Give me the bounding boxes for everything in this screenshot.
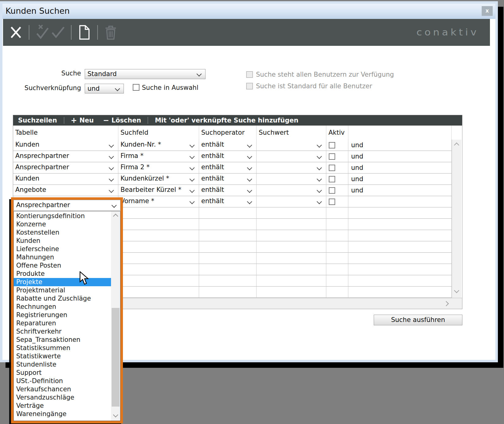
dropdown-item[interactable]: Kontierungsdefinition bbox=[14, 212, 111, 220]
suchoperator-select[interactable]: enthält bbox=[199, 196, 257, 207]
aktiv-checkbox[interactable] bbox=[329, 187, 335, 194]
toolbar-separator bbox=[97, 25, 98, 40]
table-row: Angebote Bearbeiter Kürzel * enthält bbox=[13, 185, 452, 196]
standard-all-checkbox bbox=[246, 83, 253, 90]
dropdown-item[interactable]: Offene Posten bbox=[14, 261, 111, 270]
aktiv-cell bbox=[326, 140, 348, 151]
chevron-down-icon bbox=[317, 143, 322, 148]
plus-icon: + bbox=[71, 116, 77, 125]
dropdown-item[interactable]: Kostenstellen bbox=[14, 228, 111, 237]
dropdown-item[interactable]: Sepa_Transaktionen bbox=[14, 336, 111, 344]
scroll-up-icon[interactable] bbox=[454, 143, 459, 148]
suchwert-select[interactable] bbox=[257, 185, 326, 196]
scroll-up-icon[interactable] bbox=[113, 214, 118, 219]
dropdown-item[interactable]: Projekte bbox=[14, 278, 111, 286]
suchverknuepfung-select[interactable]: und bbox=[85, 84, 124, 93]
suchwert-select[interactable] bbox=[257, 174, 326, 185]
scrollbar-thumb[interactable] bbox=[112, 308, 120, 407]
new-document-icon[interactable] bbox=[76, 24, 92, 41]
dropdown-item[interactable]: Verträge bbox=[14, 402, 111, 410]
table-vertical-scrollbar[interactable] bbox=[452, 140, 461, 298]
chevron-down-icon bbox=[109, 177, 114, 182]
tabelle-select[interactable]: Angebote bbox=[13, 185, 118, 196]
dropdown-item[interactable]: Projektmaterial bbox=[14, 286, 111, 294]
chevron-down-icon bbox=[317, 188, 322, 193]
suchfeld-select[interactable]: Bearbeiter Kürzel * bbox=[118, 185, 199, 196]
suche-label: Suche bbox=[15, 70, 81, 77]
chevron-down-icon bbox=[190, 154, 195, 159]
dropdown-item[interactable]: Statistikwerte bbox=[14, 352, 111, 360]
scroll-down-icon[interactable] bbox=[113, 412, 118, 418]
chevron-down-icon bbox=[190, 143, 195, 148]
dropdown-item[interactable]: Mahnungen bbox=[14, 253, 111, 261]
dropdown-item[interactable]: Verkaufschancen bbox=[14, 385, 111, 393]
suchoperator-select[interactable]: enthält bbox=[199, 185, 257, 196]
dropdown-scrollbar[interactable] bbox=[111, 211, 120, 421]
chevron-down-icon bbox=[247, 177, 252, 182]
suche-select[interactable]: Standard bbox=[85, 69, 206, 79]
verknuepfung-value: und bbox=[348, 151, 452, 162]
dropdown-item[interactable]: Lieferscheine bbox=[14, 245, 111, 253]
aktiv-checkbox[interactable] bbox=[329, 142, 335, 148]
dropdown-item[interactable]: Wareneingänge bbox=[14, 410, 111, 418]
bar-separator bbox=[148, 117, 148, 124]
suchfeld-select[interactable]: Firma 2 * bbox=[118, 162, 199, 174]
suchfeld-select[interactable]: Vorname * bbox=[118, 196, 199, 207]
suchoperator-select[interactable]: enthält bbox=[199, 151, 257, 162]
suchwert-select[interactable] bbox=[257, 151, 326, 162]
aktiv-checkbox[interactable] bbox=[329, 199, 335, 205]
dropdown-item[interactable]: Versandzuschläge bbox=[14, 393, 111, 402]
dropdown-item[interactable]: Rabatte und Zuschläge bbox=[14, 294, 111, 303]
suchoperator-select[interactable]: enthält bbox=[199, 174, 257, 185]
suchoperator-select[interactable]: enthält bbox=[199, 140, 257, 151]
suchoperator-select[interactable]: enthält bbox=[199, 162, 257, 174]
aktiv-checkbox[interactable] bbox=[329, 176, 335, 182]
chevron-down-icon bbox=[109, 165, 114, 170]
dropdown-item[interactable]: Registrierungen bbox=[14, 311, 111, 319]
suchfeld-select[interactable]: Kundenkürzel * bbox=[118, 174, 199, 185]
suchfeld-select[interactable]: Kunden-Nr. * bbox=[118, 140, 199, 151]
dropdown-item[interactable]: USt.-Definition bbox=[14, 377, 111, 385]
dropdown-item[interactable]: Schriftverkehr bbox=[14, 327, 111, 336]
suche-in-auswahl-checkbox[interactable] bbox=[133, 84, 139, 91]
scroll-down-icon[interactable] bbox=[454, 288, 459, 293]
suchfeld-select[interactable]: Firma * bbox=[118, 151, 199, 162]
dropdown-item[interactable]: Statistiksummen bbox=[14, 344, 111, 352]
chevron-down-icon bbox=[197, 71, 202, 77]
aktiv-checkbox[interactable] bbox=[329, 153, 335, 160]
suchwert-select[interactable] bbox=[257, 140, 326, 151]
loeschen-button[interactable]: Löschen bbox=[112, 117, 141, 124]
neu-button[interactable]: Neu bbox=[80, 117, 94, 124]
chevron-down-icon bbox=[247, 188, 252, 193]
verknuepfung-value: und bbox=[348, 185, 452, 196]
oder-suche-button[interactable]: Mit 'oder' verknüpfte Suche hinzufügen bbox=[155, 117, 298, 124]
dropdown-item[interactable]: Rechnungen bbox=[14, 303, 111, 311]
tabelle-dropdown-popup: Ansprechpartner Kontierungsdefinition Ko… bbox=[11, 197, 123, 423]
dropdown-item[interactable]: Reparaturen bbox=[14, 319, 111, 327]
tabelle-select[interactable]: Ansprechpartner bbox=[13, 162, 118, 174]
tabelle-select-open[interactable]: Ansprechpartner bbox=[13, 200, 120, 211]
scroll-right-icon[interactable] bbox=[444, 301, 449, 306]
suchwert-select[interactable] bbox=[257, 196, 326, 207]
suchwert-select[interactable] bbox=[257, 162, 326, 174]
chevron-down-icon bbox=[115, 86, 120, 91]
tabelle-select[interactable]: Ansprechpartner bbox=[13, 151, 118, 162]
dropdown-item[interactable]: Kunden bbox=[14, 237, 111, 245]
suchzeilen-header-bar: Suchzeilen + Neu − Löschen Mit 'oder' ve… bbox=[13, 115, 462, 126]
check-reject-icon bbox=[34, 24, 50, 41]
dropdown-items: Kontierungsdefinition Konzerne Kostenste… bbox=[14, 212, 111, 418]
dropdown-item[interactable]: Support bbox=[14, 369, 111, 377]
dropdown-item[interactable]: Produkte bbox=[14, 270, 111, 278]
suche-ausfuehren-button[interactable]: Suche ausführen bbox=[374, 315, 462, 325]
all-users-checkbox bbox=[246, 71, 253, 78]
aktiv-checkbox[interactable] bbox=[329, 165, 335, 171]
chevron-down-icon bbox=[317, 177, 322, 182]
tabelle-select[interactable]: Kunden bbox=[13, 174, 118, 185]
window-close-button[interactable]: x bbox=[482, 6, 493, 16]
cancel-x-icon[interactable] bbox=[8, 24, 24, 41]
dropdown-item[interactable]: Stundenliste bbox=[14, 360, 111, 369]
tabelle-select[interactable]: Kunden bbox=[13, 140, 118, 151]
dropdown-item[interactable]: Konzerne bbox=[14, 220, 111, 228]
toolbar: conaktiv bbox=[3, 19, 490, 46]
col-blank bbox=[348, 126, 452, 140]
